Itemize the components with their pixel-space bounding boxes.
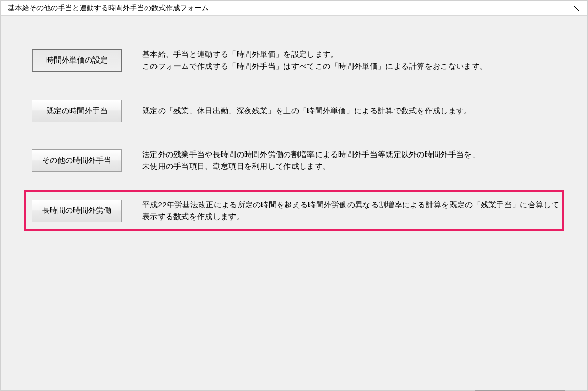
- other-overtime-description: 法定外の残業手当や長時間の時間外労働の割増率による時間外手当等既定以外の時間外手…: [142, 149, 480, 172]
- close-icon: [573, 5, 579, 11]
- other-overtime-button[interactable]: その他の時間外手当: [32, 149, 122, 172]
- close-button[interactable]: [564, 1, 587, 16]
- row-overtime-unit-price: 時間外単価の設定 基本給、手当と連動する「時間外単価」を設定します。 このフォー…: [1, 49, 587, 72]
- default-overtime-description: 既定の「残業、休日出勤、深夜残業」を上の「時間外単価」による計算で数式を作成しま…: [142, 105, 472, 117]
- long-overtime-button[interactable]: 長時間の時間外労働: [32, 200, 122, 222]
- titlebar: 基本給その他の手当と連動する時間外手当の数式作成フォーム: [1, 1, 587, 16]
- overtime-unit-price-description: 基本給、手当と連動する「時間外単価」を設定します。 このフォームで作成する「時間…: [142, 49, 487, 72]
- window-title: 基本給その他の手当と連動する時間外手当の数式作成フォーム: [8, 4, 209, 13]
- default-overtime-button[interactable]: 既定の時間外手当: [32, 100, 122, 122]
- window-container: 基本給その他の手当と連動する時間外手当の数式作成フォーム 時間外単価の設定 基本…: [0, 0, 588, 391]
- overtime-unit-price-button[interactable]: 時間外単価の設定: [32, 49, 122, 72]
- highlighted-row-long-overtime: 長時間の時間外労働 平成22年労基法改正による所定の時間を超える時間外労働の異な…: [24, 190, 564, 231]
- row-other-overtime: その他の時間外手当 法定外の残業手当や長時間の時間外労働の割増率による時間外手当…: [1, 149, 587, 172]
- long-overtime-description: 平成22年労基法改正による所定の時間を超える時間外労働の異なる割増率による計算を…: [142, 199, 562, 222]
- content-area: 時間外単価の設定 基本給、手当と連動する「時間外単価」を設定します。 このフォー…: [1, 49, 587, 391]
- row-default-overtime: 既定の時間外手当 既定の「残業、休日出勤、深夜残業」を上の「時間外単価」による計…: [1, 100, 587, 122]
